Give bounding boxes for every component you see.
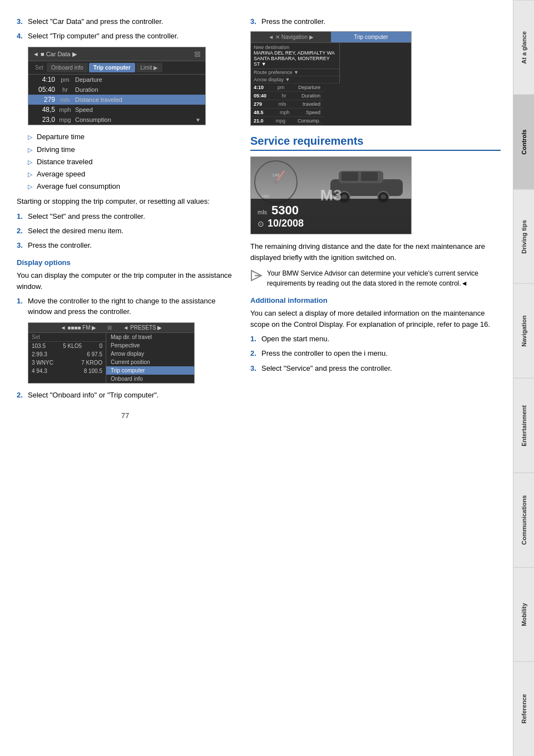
bullet-arrow-3: ▷	[28, 170, 33, 179]
bullet-arrow-2: ▷	[28, 158, 33, 166]
fm-station-name-2: 3 WNYC	[32, 360, 53, 366]
svg-rect-9	[361, 172, 378, 181]
fm-header-left: ◄ ■■■■ FM ▶	[61, 325, 97, 331]
fm-screenshot: ◄ ■■■■ FM ▶ ⊠ ◄ PRESETS ▶ Set 103.5 5 KL…	[28, 322, 195, 384]
fm-station-freq-0: 5 KLO5	[63, 343, 82, 349]
set-step-2-text: Select the desired menu item.	[28, 226, 234, 236]
trip-label-3: Speed	[306, 110, 320, 115]
trip-computer-screenshot: ◄ ✕ Navigation ▶ Trip computer New desti…	[250, 31, 412, 126]
car-data-val-0: 4:10	[33, 76, 55, 84]
fm-station-freq-3: 8 100.5	[84, 368, 102, 374]
sidebar-tab-at-a-glance[interactable]: At a glance	[513, 0, 534, 95]
car-data-tab-onboard[interactable]: Onboard info	[47, 63, 88, 72]
display-options-heading: Display options	[17, 258, 234, 267]
step-3-num: 3.	[17, 17, 24, 27]
trip-label-0: Departure	[298, 85, 320, 90]
sidebar-tab-entertainment[interactable]: Entertainment	[513, 378, 534, 473]
step-select-onboard: 2. Select "Onboard info" or "Trip comput…	[17, 390, 234, 400]
trip-val-2: 279	[254, 101, 262, 107]
add-step-1-num: 1.	[250, 334, 258, 344]
right-sidebar: At a glance Controls Driving tips Naviga…	[513, 0, 534, 756]
add-step-2-text: Press the controller to open the i menu.	[261, 348, 501, 359]
add-step-3-text: Select "Service" and press the controlle…	[261, 364, 501, 374]
car-data-row-2: 279 mls Distance traveled	[28, 95, 205, 105]
left-column: 3. Select "Car Data" and press the contr…	[17, 17, 234, 739]
svg-text:140: 140	[272, 173, 280, 178]
car-data-row-4: 23,0 mpg Consumption ▼	[28, 115, 205, 125]
sidebar-tab-controls[interactable]: Controls	[513, 95, 534, 189]
fm-menu-item-4: Trip computer	[106, 366, 194, 375]
trip-data-row-0: 4:10 pm Departure	[251, 84, 323, 92]
disp-step-1: 1. Move the controller to the right to c…	[17, 296, 234, 316]
trip-data-row-3: 48.5 mph Speed	[251, 109, 323, 117]
service-requirements-heading: Service requirements	[250, 135, 501, 151]
bullet-list: ▷ Departure time ▷ Driving time ▷ Distan…	[28, 132, 234, 192]
trip-data-row-1: 05:40 hr Duration	[251, 92, 323, 100]
para-1: Starting or stopping the trip computer, …	[17, 196, 234, 207]
display-options-para: You can display the computer or the trip…	[17, 270, 234, 292]
add-step-1-text: Open the start menu.	[261, 334, 501, 344]
step-select-text: Select "Onboard info" or "Trip computer"…	[28, 390, 234, 400]
trip-right-panel: 4:10 pm Departure 05:40 hr Duration 279 …	[251, 84, 323, 125]
car-data-set: Set	[31, 63, 46, 72]
trip-arrow-display: Arrow display ▼	[251, 76, 339, 84]
car-data-row-0: 4:10 pm Departure	[28, 75, 205, 85]
additional-steps: 1. Open the start menu. 2. Press the con…	[250, 334, 501, 374]
sidebar-tab-navigation[interactable]: Navigation	[513, 283, 534, 378]
add-step-2: 2. Press the controller to open the i me…	[250, 348, 501, 359]
trip-unit-1: hr	[281, 93, 286, 99]
bullet-item-1: ▷ Driving time	[28, 145, 234, 155]
car-data-val-4: 23,0	[33, 116, 55, 124]
set-step-3-num: 3.	[17, 240, 24, 251]
fm-stations: Set 103.5 5 KLO5 0 2:99.3 6 97.5 3 WNYC	[28, 333, 106, 383]
car-data-arrow-4: ▼	[195, 117, 201, 123]
sidebar-tab-communications[interactable]: Communications	[513, 473, 534, 567]
car-data-label-3: Speed	[75, 106, 201, 113]
trip-city-1: MARINA DEL REY, ADMIRALTY WA	[254, 50, 337, 56]
trip-route-pref: Route preference ▼	[251, 69, 339, 76]
car-data-tab-limit[interactable]: Limit ▶	[136, 63, 163, 72]
set-step-2-num: 2.	[17, 226, 24, 236]
service-image: 140 ● 160 1	[250, 156, 412, 234]
set-step-2: 2. Select the desired menu item.	[17, 226, 234, 236]
bullet-text-0: Departure time	[37, 132, 85, 142]
step-3: 3. Select "Car Data" and press the contr…	[17, 17, 234, 27]
service-date: 10/2008	[268, 218, 304, 229]
car-data-tab-trip[interactable]: Trip computer	[89, 63, 135, 72]
car-data-unit-2: mls	[57, 96, 73, 103]
trip-unit-2: mls	[279, 101, 286, 107]
sidebar-tab-mobility[interactable]: Mobility	[513, 567, 534, 662]
bullet-arrow-4: ▷	[28, 183, 33, 191]
fm-station-freq-1: 6 97.5	[87, 351, 102, 357]
trip-unit-3: mph	[280, 110, 290, 115]
car-data-label-0: Departure	[75, 76, 201, 83]
trip-content: New destination MARINA DEL REY, ADMIRALT…	[251, 43, 411, 125]
sidebar-tab-driving-tips[interactable]: Driving tips	[513, 189, 534, 284]
sidebar-tab-reference[interactable]: Reference	[513, 661, 534, 756]
fm-menu-item-0: Map dir. of travel	[106, 333, 194, 341]
trip-data-row-2: 279 mls traveled	[251, 100, 323, 109]
right-step-3-text: Press the controller.	[261, 17, 501, 27]
fm-menu-item-2: Arrow display	[106, 350, 194, 358]
disp-step-1-num: 1.	[17, 296, 24, 316]
fm-station-name-1: 2:99.3	[32, 351, 47, 357]
fm-station-0: 103.5 5 KLO5 0	[28, 342, 106, 350]
car-data-val-3: 48,5	[33, 106, 55, 114]
intro-steps: 3. Select "Car Data" and press the contr…	[17, 17, 234, 41]
fm-station-name-3: 4 94.3	[32, 368, 47, 374]
step-select-num: 2.	[17, 390, 24, 400]
car-data-row-1: 05:40 hr Duration	[28, 85, 205, 95]
add-step-3: 3. Select "Service" and press the contro…	[250, 364, 501, 374]
bullet-text-1: Driving time	[37, 145, 75, 155]
trip-label-4: Consump.	[298, 118, 320, 124]
bullet-text-2: Distance traveled	[37, 157, 92, 167]
car-data-tabs: Set Onboard info Trip computer Limit ▶	[28, 61, 205, 75]
service-clock-icon: ⊙	[258, 219, 264, 228]
car-data-unit-4: mpg	[57, 116, 73, 123]
fm-station-name-0: 103.5	[32, 343, 46, 349]
additional-info-text: You can select a display of more detaile…	[250, 309, 490, 328]
car-data-header: ◄ ■ Car Data ▶ ⊠	[28, 47, 205, 61]
fm-station-extra-0: 0	[99, 343, 102, 349]
note-text: Your BMW Service Advisor can determine y…	[267, 268, 501, 288]
fm-station-1: 2:99.3 6 97.5	[28, 350, 106, 359]
